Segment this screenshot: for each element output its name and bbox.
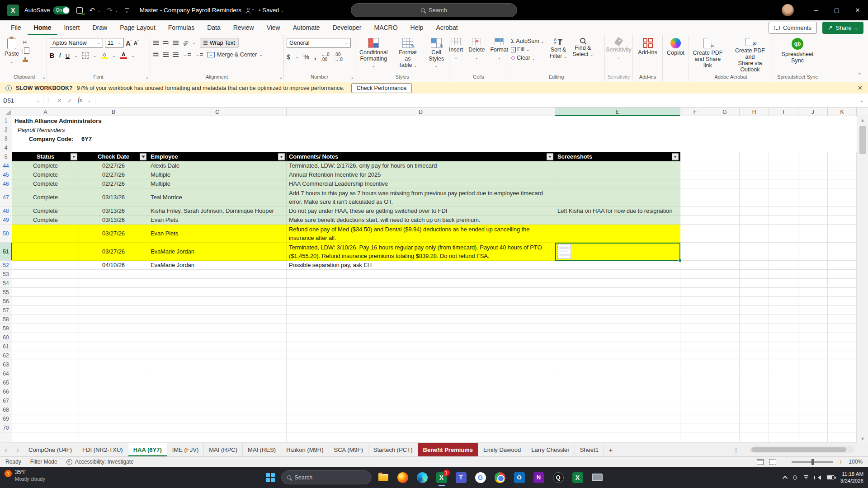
increase-font-icon[interactable]: Aˆ [126, 39, 132, 47]
cell-K47[interactable] [828, 188, 857, 206]
cell-H49[interactable] [740, 216, 769, 225]
cell-E57[interactable] [555, 306, 680, 315]
cell-H69[interactable] [740, 414, 769, 423]
cell-G54[interactable] [710, 279, 740, 288]
cell-F67[interactable] [680, 396, 710, 405]
cell-I67[interactable] [769, 396, 798, 405]
number-dialog-launcher-icon[interactable]: ⌟ [351, 75, 353, 79]
cell-D66[interactable] [287, 387, 555, 396]
file-explorer-icon[interactable] [376, 470, 391, 485]
cell-G57[interactable] [710, 306, 740, 315]
cell-J56[interactable] [798, 297, 828, 306]
cell-partial[interactable] [79, 432, 148, 443]
clear-button[interactable]: ◇ Clear ⌄ [511, 54, 544, 61]
cell-I63[interactable] [769, 360, 798, 369]
cell-C57[interactable] [148, 306, 287, 315]
sheet-tab-compone-u4f[interactable]: CompOne (U4F) [24, 443, 77, 456]
wifi-icon[interactable] [802, 475, 810, 480]
percent-style-icon[interactable]: % [303, 53, 309, 61]
horizontal-scrollbar[interactable] [750, 446, 854, 453]
row-header-45[interactable]: 45 [0, 170, 12, 179]
conditional-formatting-button[interactable]: ConditionalFormatting ⌄ [358, 38, 389, 73]
close-button[interactable]: ✕ [847, 0, 868, 20]
align-left-icon[interactable] [153, 52, 159, 57]
cell-A59[interactable] [12, 324, 79, 333]
cell-F51[interactable] [680, 243, 710, 261]
cell-C62[interactable] [148, 351, 287, 360]
cell-A2[interactable]: Payroll Reminders [12, 125, 857, 134]
row-header-67[interactable]: 67 [0, 396, 12, 405]
cell-E56[interactable] [555, 297, 680, 306]
cell-partial[interactable] [769, 432, 798, 443]
microphone-icon[interactable] [793, 475, 797, 480]
cell-G58[interactable] [710, 315, 740, 324]
cell-B55[interactable] [79, 288, 148, 297]
fill-button[interactable]: ↓ Fill ⌄ [511, 46, 544, 52]
row-header-56[interactable]: 56 [0, 297, 12, 306]
cell-H44[interactable] [740, 161, 769, 170]
cell-E46[interactable] [555, 179, 680, 188]
cell-I69[interactable] [769, 414, 798, 423]
sort-filter-button[interactable]: AZ Sort &Filter ⌄ [550, 38, 567, 61]
select-all-corner[interactable] [0, 108, 12, 116]
cell-F57[interactable] [680, 306, 710, 315]
row-header-5[interactable]: 5 [0, 152, 12, 161]
share-people-icon[interactable]: + [246, 8, 253, 13]
cell-C45[interactable]: Multiple [148, 170, 287, 179]
warning-close-icon[interactable]: ✕ [858, 84, 863, 91]
cell-C56[interactable] [148, 297, 287, 306]
increase-indent-icon[interactable]: → [195, 52, 203, 57]
row-header-61[interactable]: 61 [0, 342, 12, 351]
cell-B52[interactable]: 04/10/26 [79, 261, 148, 270]
cell-B60[interactable] [79, 333, 148, 342]
cell-A60[interactable] [12, 333, 79, 342]
format-cells-button[interactable]: Format⌄ [490, 38, 508, 73]
cell-I46[interactable] [769, 179, 798, 188]
insert-function-icon[interactable]: fx [78, 97, 82, 104]
cell-F48[interactable] [680, 206, 710, 216]
align-right-icon[interactable] [173, 52, 179, 57]
cell-G51[interactable] [710, 243, 740, 261]
cell-H65[interactable] [740, 378, 769, 387]
sheet-tab-fdi-nr2-txu[interactable]: FDI (NR2-TXU) [77, 443, 128, 456]
cell-F53[interactable] [680, 270, 710, 279]
cell-J48[interactable] [798, 206, 828, 216]
cell-F70[interactable] [680, 423, 710, 432]
cell-partial[interactable] [287, 432, 555, 443]
row-header-63[interactable]: 63 [0, 360, 12, 369]
cell-H60[interactable] [740, 333, 769, 342]
chrome-icon[interactable] [492, 470, 508, 485]
cell-B58[interactable] [79, 315, 148, 324]
cell-C59[interactable] [148, 324, 287, 333]
cell-K45[interactable] [828, 170, 857, 179]
start-button[interactable] [264, 471, 277, 484]
copy-icon[interactable] [23, 49, 27, 54]
cell-C66[interactable] [148, 387, 287, 396]
row-header-64[interactable]: 64 [0, 369, 12, 378]
cell-K60[interactable] [828, 333, 857, 342]
find-select-button[interactable]: Find &Select ⌄ [572, 38, 593, 61]
cell-B53[interactable] [79, 270, 148, 279]
cell-K44[interactable] [828, 161, 857, 170]
cell-I5[interactable] [769, 152, 798, 161]
cell-K64[interactable] [828, 369, 857, 378]
cell-H70[interactable] [740, 423, 769, 432]
cell-J54[interactable] [798, 279, 828, 288]
fill-color-icon[interactable]: ◇ [101, 52, 108, 59]
borders-dropdown-icon[interactable]: ⌄ [93, 53, 97, 58]
row-header-69[interactable]: 69 [0, 414, 12, 423]
cell-D56[interactable] [287, 297, 555, 306]
decrease-decimal-icon[interactable]: .00→.0 [335, 52, 343, 62]
cell-B63[interactable] [79, 360, 148, 369]
cell-I52[interactable] [769, 261, 798, 270]
row-header-54[interactable]: 54 [0, 279, 12, 288]
cell-H46[interactable] [740, 179, 769, 188]
accounting-dropdown-icon[interactable]: ⌄ [295, 55, 299, 59]
cell-F58[interactable] [680, 315, 710, 324]
cell-H52[interactable] [740, 261, 769, 270]
cell-K65[interactable] [828, 378, 857, 387]
cell-C51[interactable]: EvaMarie Jordan [148, 243, 287, 261]
cell-K62[interactable] [828, 351, 857, 360]
cell-A54[interactable] [12, 279, 79, 288]
cell-partial[interactable] [555, 432, 680, 443]
